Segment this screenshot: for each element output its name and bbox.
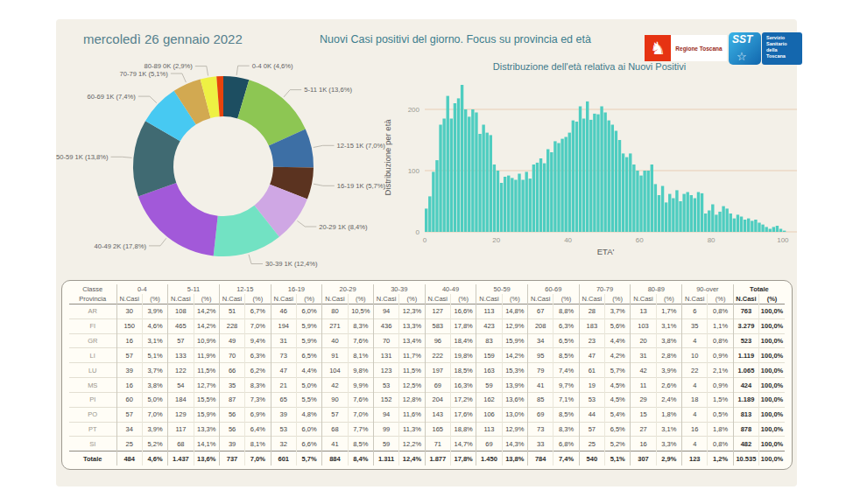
subheader-30-39-pct[interactable]: (%) bbox=[399, 294, 425, 304]
histogram-bar-age-62[interactable] bbox=[647, 171, 650, 232]
class-header-Totale[interactable]: Totale bbox=[733, 284, 785, 294]
histogram-bar-age-76[interactable] bbox=[697, 192, 700, 233]
subheader-40-49-ncasi[interactable]: N.Casi bbox=[425, 294, 450, 304]
histogram-bar-age-30[interactable] bbox=[532, 164, 535, 232]
histogram-bar-age-98[interactable] bbox=[776, 226, 779, 232]
histogram-bar-age-96[interactable] bbox=[769, 229, 772, 233]
histogram-bar-age-93[interactable] bbox=[758, 223, 760, 233]
subheader-80-89-ncasi[interactable]: N.Casi bbox=[631, 294, 656, 304]
table-row-PT[interactable]: PT343,9%11713,3%566,4%536,0%687,7%9911,3… bbox=[69, 422, 785, 437]
histogram-bar-age-6[interactable] bbox=[447, 96, 449, 232]
subheader-80-89-pct[interactable]: (%) bbox=[656, 294, 681, 304]
histogram-bar-age-53[interactable] bbox=[615, 131, 617, 233]
histogram-bar-age-71[interactable] bbox=[679, 201, 681, 232]
class-header-5-11[interactable]: 5-11 bbox=[168, 284, 220, 294]
histogram-bar-age-51[interactable] bbox=[608, 121, 610, 232]
histogram-bar-age-95[interactable] bbox=[765, 227, 767, 232]
histogram-bar-age-54[interactable] bbox=[618, 140, 621, 232]
table-row-PO[interactable]: PO577,0%12915,9%566,9%394,8%577,0%9411,6… bbox=[69, 407, 785, 422]
histogram-bar-age-50[interactable] bbox=[603, 113, 606, 233]
histogram-bar-age-55[interactable] bbox=[622, 153, 624, 232]
histogram-bar-age-44[interactable] bbox=[582, 119, 585, 233]
table-row-PI[interactable]: PI605,0%18415,5%877,3%655,5%907,6%15212,… bbox=[69, 392, 785, 407]
subheader-70-79-pct[interactable]: (%) bbox=[605, 294, 631, 304]
histogram-bar-age-11[interactable] bbox=[464, 109, 467, 232]
subheader-Totale-pct[interactable]: (%) bbox=[759, 294, 785, 304]
histogram-bar-age-16[interactable] bbox=[482, 125, 484, 233]
histogram-bar-age-70[interactable] bbox=[675, 190, 678, 232]
histogram-bar-age-88[interactable] bbox=[740, 217, 743, 233]
histogram-bar-age-48[interactable] bbox=[596, 115, 599, 232]
subheader-40-49-pct[interactable]: (%) bbox=[450, 294, 476, 304]
table-row-LI[interactable]: LI575,1%13311,9%706,3%736,5%918,1%13111,… bbox=[69, 348, 785, 363]
histogram-bar-age-67[interactable] bbox=[665, 202, 667, 232]
table-row-LU[interactable]: LU393,7%12211,5%666,2%474,4%1049,8%12311… bbox=[69, 363, 785, 378]
class-header-30-39[interactable]: 30-39 bbox=[373, 284, 425, 294]
histogram-bar-age-45[interactable] bbox=[586, 102, 589, 232]
histogram-bar-age-52[interactable] bbox=[611, 125, 614, 233]
histogram-bar-age-97[interactable] bbox=[772, 227, 775, 232]
histogram-bar-age-74[interactable] bbox=[690, 195, 693, 232]
histogram-bar-age-3[interactable] bbox=[435, 160, 438, 232]
histogram-bar-age-73[interactable] bbox=[687, 192, 689, 233]
histogram-bar-age-13[interactable] bbox=[471, 109, 474, 232]
class-header-90-over[interactable]: 90-over bbox=[682, 284, 734, 294]
histogram-bar-age-65[interactable] bbox=[658, 195, 660, 232]
histogram-bar-age-24[interactable] bbox=[511, 178, 513, 232]
histogram-bar-age-36[interactable] bbox=[553, 141, 556, 232]
histogram-bar-age-66[interactable] bbox=[661, 186, 664, 233]
subheader-16-19-pct[interactable]: (%) bbox=[296, 294, 321, 304]
histogram-bar-age-94[interactable] bbox=[761, 225, 764, 232]
histogram-bar-age-61[interactable] bbox=[643, 171, 645, 232]
histogram-bar-age-46[interactable] bbox=[589, 120, 592, 232]
histogram-bar-age-25[interactable] bbox=[514, 180, 517, 233]
subheader-60-69-pct[interactable]: (%) bbox=[553, 294, 579, 304]
class-header-60-69[interactable]: 60-69 bbox=[528, 284, 580, 294]
histogram-bar-age-72[interactable] bbox=[682, 194, 685, 232]
class-header-80-89[interactable]: 80-89 bbox=[631, 284, 682, 294]
histogram-bar-age-57[interactable] bbox=[629, 153, 631, 232]
histogram-bar-age-64[interactable] bbox=[654, 184, 657, 232]
class-header-16-19[interactable]: 16-19 bbox=[271, 284, 322, 294]
histogram-bar-age-41[interactable] bbox=[572, 121, 575, 232]
histogram-bar-age-82[interactable] bbox=[718, 212, 721, 232]
histogram-bar-age-0[interactable] bbox=[425, 208, 427, 232]
histogram-bar-age-19[interactable] bbox=[493, 164, 496, 232]
histogram-bar-age-10[interactable] bbox=[461, 85, 463, 232]
histogram-bar-age-84[interactable] bbox=[725, 208, 728, 232]
histogram-bar-age-78[interactable] bbox=[704, 214, 707, 232]
histogram-bar-age-40[interactable] bbox=[568, 133, 571, 232]
subheader-0-4-pct[interactable]: (%) bbox=[142, 294, 167, 304]
histogram-bar-age-68[interactable] bbox=[668, 194, 671, 232]
subheader-50-59-pct[interactable]: (%) bbox=[502, 294, 527, 304]
histogram-bar-age-69[interactable] bbox=[672, 199, 674, 233]
histogram-bar-age-5[interactable] bbox=[442, 119, 445, 233]
subheader-12-15-ncasi[interactable]: N.Casi bbox=[219, 294, 244, 304]
histogram-bar-age-79[interactable] bbox=[708, 211, 710, 233]
histogram-bar-age-92[interactable] bbox=[754, 220, 757, 232]
histogram-bar-age-17[interactable] bbox=[486, 133, 489, 232]
class-header-70-79[interactable]: 70-79 bbox=[579, 284, 631, 294]
histogram-bar-age-100[interactable] bbox=[783, 231, 786, 232]
subheader-70-79-ncasi[interactable]: N.Casi bbox=[579, 294, 604, 304]
histogram-bar-age-87[interactable] bbox=[737, 214, 739, 232]
subheader-0-4-ncasi[interactable]: N.Casi bbox=[116, 294, 142, 304]
histogram-bar-age-63[interactable] bbox=[651, 164, 653, 232]
histogram-bar-age-27[interactable] bbox=[521, 180, 524, 233]
subheader-20-29-ncasi[interactable]: N.Casi bbox=[322, 294, 348, 304]
histogram-bar-age-15[interactable] bbox=[478, 134, 481, 232]
histogram-bar-age-32[interactable] bbox=[539, 158, 542, 232]
table-row-SI[interactable]: SI255,2%6814,1%398,1%326,6%418,5%5912,2%… bbox=[69, 437, 785, 452]
histogram-bar-age-81[interactable] bbox=[715, 214, 717, 232]
histogram-bar-age-77[interactable] bbox=[701, 193, 703, 232]
histogram-bar-age-23[interactable] bbox=[507, 176, 510, 232]
histogram-bar-age-35[interactable] bbox=[550, 152, 553, 232]
subheader-Totale-ncasi[interactable]: N.Casi bbox=[733, 294, 758, 304]
histogram-bar-age-14[interactable] bbox=[475, 113, 477, 233]
class-header-0-4[interactable]: 0-4 bbox=[116, 284, 168, 294]
histogram-bar-age-29[interactable] bbox=[529, 178, 532, 232]
histogram-bar-age-83[interactable] bbox=[722, 206, 724, 232]
subheader-12-15-pct[interactable]: (%) bbox=[245, 294, 271, 304]
table-row-MS[interactable]: MS163,8%5412,7%358,3%215,0%429,9%5312,5%… bbox=[69, 378, 785, 393]
histogram-bar-age-31[interactable] bbox=[536, 163, 539, 232]
